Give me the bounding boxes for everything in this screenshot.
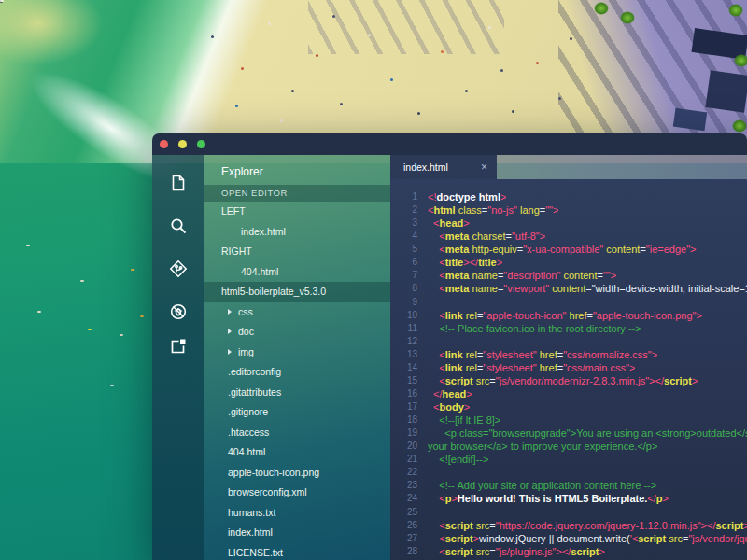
sidebar-file[interactable]: .htaccess (204, 423, 390, 443)
line-number: 27 (390, 532, 417, 545)
code-line: 5 <meta http-equiv="x-ua-compatible" con… (390, 243, 747, 256)
code-line: 3 <head> (390, 217, 747, 230)
sidebar-file[interactable]: .gitattributes (204, 383, 390, 403)
sidebar-folder-doc[interactable]: doc (204, 322, 390, 343)
code-line: 20your browser</a> to improve your exper… (390, 440, 747, 453)
sidebar-file[interactable]: .editorconfig (204, 362, 390, 383)
minimize-window-button[interactable] (178, 140, 187, 148)
line-number: 22 (390, 466, 417, 479)
code-text: <p class="browserupgrade">You are using … (428, 427, 747, 440)
sidebar-file[interactable]: browserconfig.xml (204, 483, 390, 503)
search-icon[interactable] (169, 217, 188, 235)
activity-bar (152, 155, 204, 560)
code-line: 6 <title></title> (390, 256, 747, 269)
line-number: 7 (390, 269, 417, 282)
code-line: 17 <body> (390, 400, 747, 413)
sidebar-group-right[interactable]: RIGHT (204, 242, 390, 262)
code-text: <meta name="description" content=""> (428, 269, 616, 282)
debug-off-icon[interactable] (169, 302, 188, 321)
code-line: 8 <meta name="viewport" content="width=d… (390, 282, 747, 295)
code-text: <script src="https://code.jquery.com/jqu… (428, 519, 747, 532)
close-tab-icon[interactable]: × (481, 161, 487, 173)
code-text: <link rel="apple-touch-icon" href="apple… (428, 309, 702, 322)
line-number: 23 (390, 479, 417, 492)
line-number: 21 (390, 453, 417, 466)
code-line: 10 <link rel="apple-touch-icon" href="ap… (390, 309, 747, 322)
tab-label: index.html (403, 161, 448, 173)
line-number: 15 (390, 374, 417, 387)
code-line: 2<html class="no-js" lang=""> (390, 203, 747, 217)
code-line: 19 <p class="browserupgrade">You are usi… (390, 427, 747, 440)
code-text: <body> (428, 400, 470, 413)
code-line: 28 <script src="js/plugins.js"></script> (390, 545, 747, 558)
code-text: <link rel="stylesheet" href="css/normali… (428, 348, 657, 361)
close-window-button[interactable] (160, 140, 168, 148)
sidebar-file[interactable]: index.html (204, 523, 390, 543)
window-titlebar[interactable] (152, 133, 747, 155)
code-line: 4 <meta charset="utf-8"> (390, 230, 747, 243)
line-number: 14 (390, 361, 417, 374)
code-text: <meta name="viewport" content="width=dev… (428, 282, 747, 295)
extensions-icon[interactable] (169, 337, 188, 356)
code-text: your browser</a> to improve your experie… (428, 440, 657, 453)
zoom-window-button[interactable] (197, 140, 205, 148)
code-text: <script>window.jQuery || document.write(… (428, 532, 747, 545)
code-line: 21 <![endif]--> (390, 453, 747, 466)
collapsed-chevron-icon (228, 309, 232, 315)
code-text: <meta http-equiv="x-ua-compatible" conte… (428, 243, 697, 256)
line-number: 11 (390, 322, 417, 335)
line-number: 6 (390, 256, 417, 269)
sidebar-folder-css[interactable]: css (204, 302, 390, 323)
tab-bar: index.html × (390, 155, 747, 179)
desktop: Explorer OPEN EDITOR LEFTindex.htmlRIGHT… (0, 0, 747, 560)
editor-window: Explorer OPEN EDITOR LEFTindex.htmlRIGHT… (152, 133, 747, 560)
sidebar-file[interactable]: humans.txt (204, 503, 390, 524)
code-text: <!-- Add your site or application conten… (428, 479, 656, 492)
sidebar-file[interactable]: LICENSE.txt (204, 543, 390, 560)
sidebar-file[interactable]: apple-touch-icon.png (204, 463, 390, 483)
line-number: 10 (390, 309, 417, 322)
line-number: 13 (390, 348, 417, 361)
surfers-dots (0, 0, 4, 2)
files-icon[interactable] (169, 174, 188, 192)
collapsed-chevron-icon (228, 349, 232, 355)
code-text: <![endif]--> (428, 453, 488, 466)
line-number: 25 (390, 506, 417, 519)
code-line: 13 <link rel="stylesheet" href="css/norm… (390, 348, 747, 361)
sidebar-folder-img[interactable]: img (204, 343, 390, 363)
line-number: 5 (390, 243, 417, 256)
line-number: 20 (390, 440, 417, 453)
code-line: 24 <p>Hello world! This is HTML5 Boilerp… (390, 492, 747, 505)
sidebar-open-file[interactable]: 404.html (204, 262, 390, 283)
line-number: 2 (390, 203, 417, 217)
sidebar-root-folder[interactable]: html5-boilerplate_v5.3.0 (204, 282, 390, 302)
open-editor-header[interactable]: OPEN EDITOR (204, 185, 390, 202)
code-line: 1<!doctype html> (390, 190, 747, 203)
code-line: 11 <!-- Place favicon.ico in the root di… (390, 322, 747, 335)
sidebar-group-left[interactable]: LEFT (204, 202, 390, 222)
code-text: <html class="no-js" lang=""> (428, 203, 558, 217)
code-text: <title></title> (428, 256, 502, 269)
code-line: 9 (390, 296, 747, 309)
code-line: 18 <!--[if lt IE 8]> (390, 413, 747, 427)
line-number: 17 (390, 400, 417, 413)
sidebar-file[interactable]: 404.html (204, 442, 390, 463)
explorer-title: Explorer (204, 155, 390, 185)
code-text: <script src="js/vendor/modernizr-2.8.3.m… (428, 374, 698, 387)
explorer-sidebar: Explorer OPEN EDITOR LEFTindex.htmlRIGHT… (204, 155, 390, 560)
tab-index-html[interactable]: index.html × (390, 155, 497, 179)
line-number: 1 (390, 190, 417, 203)
code-text: <link rel="stylesheet" href="css/main.cs… (428, 361, 635, 374)
line-number: 9 (390, 296, 417, 309)
line-number: 3 (390, 217, 417, 230)
line-number: 18 (390, 413, 417, 427)
code-area[interactable]: 1<!doctype html>2<html class="no-js" lan… (390, 179, 747, 560)
code-text: <p>Hello world! This is HTML5 Boilerplat… (428, 492, 669, 505)
sidebar-file[interactable]: .gitignore (204, 402, 390, 423)
git-branch-icon[interactable] (169, 259, 188, 278)
line-number: 4 (390, 230, 417, 243)
code-line: 16 </head> (390, 387, 747, 400)
sidebar-open-file[interactable]: index.html (204, 222, 390, 243)
line-number: 16 (390, 387, 417, 400)
code-line: 12 (390, 335, 747, 348)
